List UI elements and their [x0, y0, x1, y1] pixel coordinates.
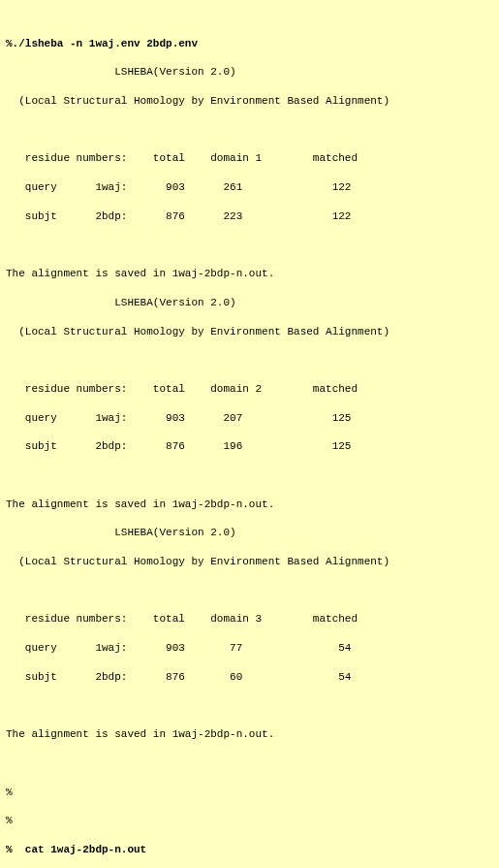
saved-line: The alignment is saved in 1waj-2bdp-n.ou… — [6, 268, 274, 279]
prompt-line: % — [6, 787, 13, 798]
desc-line: (Local Structural Homology by Environmen… — [6, 556, 390, 567]
query-domain-1: query 1waj: 903 261 122 — [6, 181, 351, 193]
subjt-domain-2: subjt 2bdp: 876 196 125 — [6, 440, 351, 452]
command-line-1: %./lsheba -n 1waj.env 2bdp.env — [6, 38, 198, 49]
version-line: LSHEBA(Version 2.0) — [6, 66, 236, 78]
desc-line: (Local Structural Homology by Environmen… — [6, 326, 390, 338]
prompt-line: % — [6, 815, 13, 826]
header-domain-1: residue numbers: total domain 1 matched — [6, 152, 358, 164]
query-domain-3: query 1waj: 903 77 54 — [6, 642, 351, 654]
header-domain-2: residue numbers: total domain 2 matched — [6, 383, 358, 395]
query-domain-2: query 1waj: 903 207 125 — [6, 412, 351, 424]
version-line: LSHEBA(Version 2.0) — [6, 297, 236, 308]
header-domain-3: residue numbers: total domain 3 matched — [6, 613, 358, 625]
subjt-domain-3: subjt 2bdp: 876 60 54 — [6, 671, 351, 683]
saved-line: The alignment is saved in 1waj-2bdp-n.ou… — [6, 728, 274, 740]
saved-line: The alignment is saved in 1waj-2bdp-n.ou… — [6, 498, 274, 510]
subjt-domain-1: subjt 2bdp: 876 223 122 — [6, 210, 351, 222]
command-line-2: % cat 1waj-2bdp-n.out — [6, 844, 146, 855]
desc-line: (Local Structural Homology by Environmen… — [6, 95, 390, 107]
version-line: LSHEBA(Version 2.0) — [6, 527, 236, 538]
